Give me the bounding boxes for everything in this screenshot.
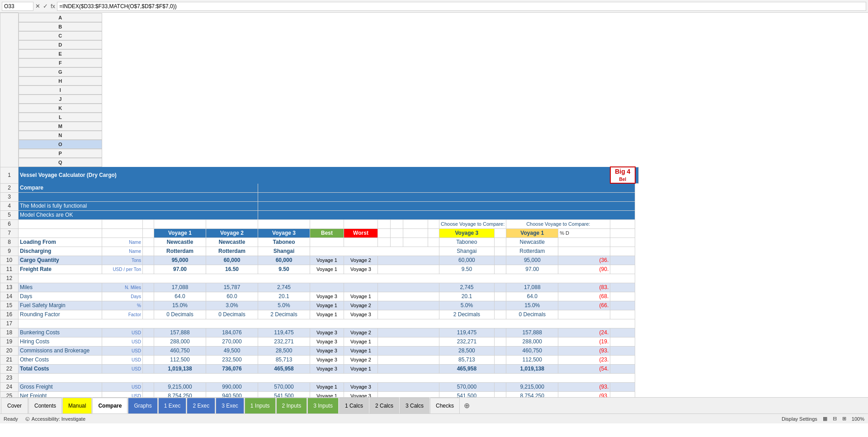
r20-Q xyxy=(610,346,635,355)
r20-F: 28,500 xyxy=(258,346,310,355)
rownum-6: 6 xyxy=(0,219,19,228)
col-N-header[interactable]: N xyxy=(19,131,102,140)
r11-ItoL xyxy=(378,265,439,274)
tab-1inputs[interactable]: 1 Inputs xyxy=(245,398,276,413)
r15-O: 15.0% xyxy=(506,301,558,310)
r25-F: 541,500 xyxy=(258,391,310,397)
cell-ref-input[interactable]: O33 xyxy=(2,2,33,11)
title-ext5 xyxy=(391,167,403,183)
col-A-header[interactable]: A xyxy=(19,13,102,22)
r11-D: 97.00 xyxy=(154,265,206,274)
display-settings[interactable]: Display Settings xyxy=(782,416,817,422)
r22-F: 465,958 xyxy=(258,364,310,373)
col-L-header[interactable]: L xyxy=(19,113,102,122)
r20-M: 28,500 xyxy=(439,346,495,355)
row-17: 17 xyxy=(0,319,639,328)
r19-M: 232,271 xyxy=(439,337,495,346)
r25-G: Voyage 1 xyxy=(310,391,344,397)
col-Q-header[interactable]: Q xyxy=(19,158,102,167)
tab-2exec[interactable]: 2 Exec xyxy=(187,398,215,413)
r6-C xyxy=(143,219,154,228)
title-ext8 xyxy=(439,167,495,183)
tab-3exec[interactable]: 3 Exec xyxy=(216,398,244,413)
col-M-header[interactable]: M xyxy=(19,122,102,131)
col-K-header[interactable]: K xyxy=(19,104,102,113)
tab-manual[interactable]: Manual xyxy=(62,398,92,413)
tab-3inputs[interactable]: 3 Inputs xyxy=(307,398,339,413)
r25-E: 940,500 xyxy=(206,391,258,397)
col-E-header[interactable]: E xyxy=(19,49,102,58)
r22-O: 1,019,138 xyxy=(506,364,558,373)
r10-E: 60,000 xyxy=(206,256,258,265)
view-layout-icon[interactable]: ⊟ xyxy=(833,416,837,422)
title-extQ xyxy=(635,167,639,183)
r18-ItoL xyxy=(378,328,439,337)
r8-B: Name xyxy=(102,238,143,247)
tab-1calcs[interactable]: 1 Calcs xyxy=(339,398,369,413)
view-page-icon[interactable]: ⊞ xyxy=(842,416,846,422)
r9-N xyxy=(494,247,506,256)
row-25: 25 Net Freight USD 8,754,250 940,500 541… xyxy=(0,391,639,397)
title-ext10 xyxy=(506,167,558,183)
col-C-header[interactable]: C xyxy=(19,31,102,40)
r24-M: 570,000 xyxy=(439,382,495,391)
rownum-21: 21 xyxy=(0,355,19,364)
title-ext9 xyxy=(494,167,506,183)
col-I-header[interactable]: I xyxy=(19,86,102,95)
r24-B: USD xyxy=(102,382,143,391)
rownum-17: 17 xyxy=(0,319,19,328)
title-ext4 xyxy=(378,167,391,183)
col-B-header[interactable]: B xyxy=(19,22,102,31)
r8-A: Loading From xyxy=(19,238,102,247)
r18-D: 157,888 xyxy=(154,328,206,337)
col-F-header[interactable]: F xyxy=(19,58,102,67)
col-H-header[interactable]: H xyxy=(19,76,102,86)
col-D-header[interactable]: D xyxy=(19,40,102,49)
tab-2calcs[interactable]: 2 Calcs xyxy=(369,398,399,413)
corner-cell xyxy=(0,13,19,167)
title-ext3 xyxy=(344,167,378,183)
r20-P: (93. xyxy=(558,346,610,355)
tab-contents[interactable]: Contents xyxy=(28,398,62,413)
fx-icon[interactable]: fx xyxy=(51,3,55,10)
subtitle-ext xyxy=(258,183,635,192)
x-icon[interactable]: ✕ xyxy=(35,3,40,10)
tab-1exec[interactable]: 1 Exec xyxy=(158,398,187,413)
r7-Q xyxy=(610,228,635,238)
r8-K xyxy=(403,238,428,247)
tab-cover[interactable]: Cover xyxy=(1,398,28,413)
col-J-header[interactable]: J xyxy=(19,95,102,104)
tab-bar: Cover Contents Manual Compare Graphs 1 E… xyxy=(0,397,868,413)
view-normal-icon[interactable]: ▦ xyxy=(823,416,827,422)
tab-graphs[interactable]: Graphs xyxy=(128,398,157,413)
r8-O: Newcastle xyxy=(506,238,558,247)
col-header-row: A B C D E F G H I J K L M N O P Q xyxy=(0,13,639,167)
col-O-header[interactable]: O xyxy=(19,140,102,149)
tab-checks[interactable]: Checks xyxy=(430,398,460,413)
compare-voyage3[interactable]: Voyage 3 xyxy=(439,228,495,238)
r13-P: (83. xyxy=(558,283,610,292)
r19-Q xyxy=(610,337,635,346)
tab-2inputs[interactable]: 2 Inputs xyxy=(276,398,307,413)
tab-compare[interactable]: Compare xyxy=(92,398,127,413)
col-G-header[interactable]: G xyxy=(19,67,102,76)
rownum-22: 22 xyxy=(0,364,19,373)
r20-N xyxy=(494,346,506,355)
r11-O: 97.00 xyxy=(506,265,558,274)
compare-voyage1[interactable]: Voyage 1 xyxy=(506,228,558,238)
best-header: Best xyxy=(310,228,344,238)
row-24: 24 Gross Freight USD 9,215,000 990,000 5… xyxy=(0,382,639,391)
formula-input[interactable]: =INDEX($D33:$F33,MATCH(O$7,$D$7:$F$7,0)) xyxy=(57,2,866,11)
r11-G: Voyage 1 xyxy=(310,265,344,274)
r14-H: Voyage 1 xyxy=(344,292,378,301)
col-P-header[interactable]: P xyxy=(19,149,102,158)
title-ext7 xyxy=(428,167,439,183)
row-19: 19 Hiring Costs USD 288,000 270,000 232,… xyxy=(0,337,639,346)
r11-N xyxy=(494,265,506,274)
add-sheet-button[interactable]: ⊕ xyxy=(464,398,470,413)
r21-Q xyxy=(610,355,635,364)
r8-G xyxy=(310,238,344,247)
r22-B: USD xyxy=(102,364,143,373)
check-icon[interactable]: ✓ xyxy=(43,3,48,10)
tab-3calcs[interactable]: 3 Calcs xyxy=(400,398,429,413)
